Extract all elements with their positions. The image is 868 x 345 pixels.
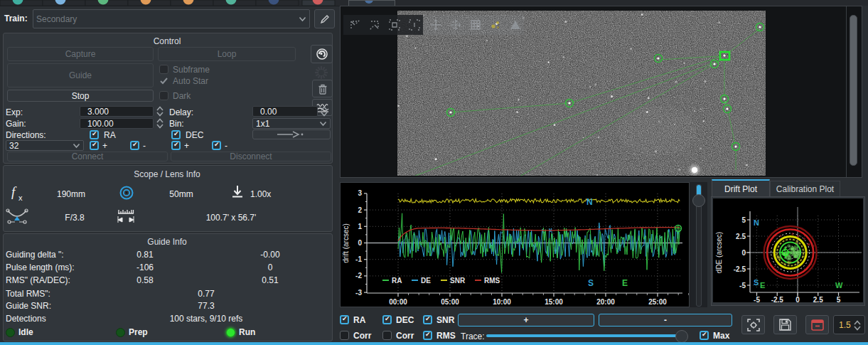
viewer-tab-strip[interactable] (340, 0, 868, 6)
trace-slider[interactable] (486, 330, 687, 341)
train-value: Secondary (36, 14, 77, 24)
svg-text:N: N (586, 197, 593, 207)
trace-slider-handle[interactable] (675, 330, 688, 343)
svg-text:0: 0 (358, 239, 362, 247)
capture-button[interactable]: Capture (7, 47, 154, 61)
actual-size-icon[interactable] (409, 19, 420, 31)
tab-calibration-plot[interactable]: Calibration Plot (770, 181, 840, 197)
svg-text:0: 0 (795, 296, 800, 302)
edit-train-button[interactable] (314, 9, 335, 28)
scale-spin-buttons[interactable] (853, 319, 862, 331)
svg-text:S: S (754, 278, 759, 287)
live-view-button[interactable] (311, 45, 333, 63)
svg-text:2.5: 2.5 (736, 233, 746, 240)
svg-text:25:00: 25:00 (648, 298, 667, 306)
svg-text:E: E (622, 278, 628, 288)
dark-checkbox[interactable] (159, 91, 168, 100)
drift-graph[interactable]: 3210-1-2-300:0005:0010:0015:0020:0025:00… (340, 182, 690, 307)
connect-button[interactable]: Connect (7, 152, 168, 161)
target-plot[interactable]: 52.50-2.5-5-5-2.502.55dDE (arcsec)NSEW (713, 198, 863, 302)
svg-text:RMS: RMS (484, 277, 500, 285)
svg-text:-3: -3 (355, 289, 362, 297)
disconnect-button[interactable]: Disconnect (171, 152, 331, 161)
train-select[interactable]: Secondary (33, 9, 310, 28)
view-scrollbar[interactable] (850, 15, 857, 166)
ra-minus-label: - (143, 141, 146, 151)
dec-minus-checkbox[interactable] (212, 141, 221, 150)
mark-stars-icon[interactable] (490, 19, 501, 31)
module-tab-strip[interactable] (0, 0, 340, 6)
exp-input[interactable]: 3.000 (80, 106, 154, 117)
zoom-in-icon[interactable] (349, 19, 360, 31)
ra-plus-checkbox[interactable] (90, 141, 99, 150)
chevron-down-icon (73, 143, 80, 149)
ra-minus-checkbox[interactable] (130, 141, 139, 150)
max-checkbox[interactable] (700, 331, 709, 340)
dec-trace-checkbox[interactable] (382, 315, 392, 324)
box-size-select[interactable]: 32 (6, 140, 84, 151)
svg-text:1: 1 (358, 223, 362, 230)
dark-library-button[interactable] (312, 80, 333, 97)
control-title: Control (3, 36, 331, 46)
viewer-tab-icon (365, 0, 373, 4)
zoom-in-button[interactable]: + (458, 314, 594, 327)
star-view-panel[interactable] (340, 6, 862, 178)
manual-pulse-button[interactable] (252, 129, 331, 139)
chevron-down-icon (319, 121, 327, 127)
bin-select[interactable]: 1x1 (252, 118, 331, 129)
ra-trace-checkbox[interactable] (340, 315, 349, 324)
rms-trace-label: RMS (436, 331, 456, 341)
pulse-length-dec: 0 (242, 262, 299, 272)
pulse-length-label: Pulse length (ms): (6, 262, 75, 272)
ekos-guide-module: Train: Secondary Control Capture Loop Gu… (0, 0, 868, 345)
svg-text:SNR: SNR (450, 277, 466, 285)
delay-spin-buttons[interactable] (320, 105, 328, 117)
guide-info-title: Guide Info (3, 237, 331, 247)
svg-text:S: S (588, 278, 594, 288)
auto-star-label: Auto Star (173, 76, 208, 86)
rms-trace-checkbox[interactable] (423, 331, 432, 340)
total-rms-value: 0.77 (178, 289, 235, 299)
export-data-button[interactable] (773, 315, 797, 334)
correction-scale-spinbox[interactable]: 1.5 (833, 315, 865, 334)
autoscale-graph-button[interactable] (741, 315, 765, 334)
dec-minus-label: - (225, 141, 227, 151)
focal-ratio-icon (6, 206, 28, 226)
guide-button[interactable]: Guide (7, 63, 154, 87)
ra-direction-checkbox[interactable] (90, 130, 99, 139)
subframe-checkbox[interactable] (159, 65, 168, 74)
max-label: Max (713, 331, 729, 341)
gain-input[interactable]: 100.00 (80, 118, 154, 129)
loop-button[interactable]: Loop (158, 47, 296, 61)
zoom-out-button[interactable]: - (599, 314, 732, 327)
zoom-fit-icon[interactable] (389, 19, 400, 31)
gain-spin-buttons[interactable] (156, 117, 164, 129)
pan-icon[interactable] (430, 19, 441, 31)
clear-graph-button[interactable] (805, 315, 829, 334)
exp-spin-buttons[interactable] (156, 105, 164, 117)
dec-plus-checkbox[interactable] (171, 141, 181, 150)
grid-icon[interactable] (470, 19, 481, 31)
snr-trace-checkbox[interactable] (423, 315, 432, 324)
trace-label: Trace: (461, 331, 485, 341)
dec-direction-checkbox[interactable] (171, 130, 181, 139)
resolution-icon (117, 208, 135, 225)
dec-corr-checkbox[interactable] (382, 331, 392, 340)
guiding-delta-ra: 0.81 (117, 250, 173, 260)
delay-input[interactable]: 0.00 (252, 106, 318, 117)
gain-label: Gain: (6, 119, 26, 129)
warning-icon[interactable] (510, 19, 521, 31)
crosshair-icon[interactable] (450, 19, 461, 31)
drift-zoom-slider[interactable] (693, 184, 703, 305)
crosshair-frame-icon (747, 319, 760, 331)
idle-led (6, 328, 15, 337)
drift-graph-panel: 3210-1-2-300:0005:0010:0015:0020:0025:00… (340, 182, 707, 307)
auto-star-check-icon[interactable] (159, 76, 168, 85)
zoom-out-icon[interactable] (369, 19, 380, 31)
snr-trace-label: SNR (436, 315, 454, 325)
tab-drift-plot[interactable]: Drift Plot (712, 179, 770, 197)
ra-plus-label: + (102, 141, 107, 151)
slider-handle[interactable] (692, 194, 705, 207)
stop-button[interactable]: Stop (7, 90, 154, 102)
ra-corr-checkbox[interactable] (340, 331, 349, 340)
